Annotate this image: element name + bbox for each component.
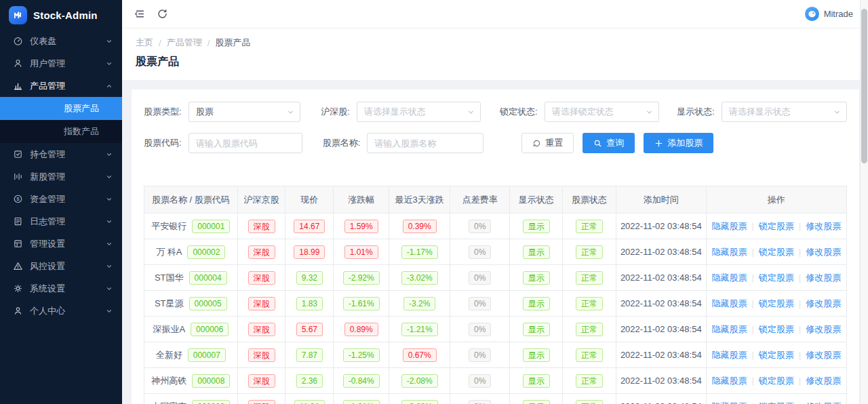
stock-status-tag: 正常 [576, 348, 603, 362]
market-tag: 深股 [248, 348, 275, 362]
added-time: 2022-11-02 03:48:54 [620, 298, 702, 308]
action-link[interactable]: 锁定股票 [759, 221, 794, 231]
filter-row-1: 股票类型: 股票 沪深股: 请选择显示状态 锁定状态: 请选择锁定状态 显示状态… [144, 102, 847, 122]
refresh-icon[interactable] [156, 8, 168, 20]
box-check-icon [12, 149, 23, 160]
stock-code-input[interactable] [189, 133, 302, 153]
action-link[interactable]: 隐藏股票 [711, 401, 747, 404]
change-3d-tag: -3.03% [401, 400, 438, 404]
sidebar-item-system-settings[interactable]: 系统设置 [0, 277, 122, 300]
collapse-sidebar-icon[interactable] [133, 8, 145, 20]
sidebar-item-profile[interactable]: 个人中心 [0, 300, 122, 322]
stock-type-select[interactable]: 股票 [189, 102, 301, 122]
display-status-tag: 显示 [523, 374, 550, 388]
stock-name-label: 股票名称: [323, 137, 361, 149]
column-header: 添加时间 [616, 186, 707, 214]
search-icon [593, 139, 602, 148]
spread-tag: 0% [469, 297, 491, 310]
grid-icon [12, 239, 23, 249]
action-link[interactable]: 锁定股票 [759, 401, 794, 404]
stock-code-label: 股票代码: [144, 137, 182, 149]
person-icon [12, 306, 23, 317]
action-link[interactable]: 隐藏股票 [711, 247, 747, 257]
action-separator: | [751, 272, 753, 283]
add-stock-button[interactable]: 添加股票 [644, 133, 713, 153]
action-link[interactable]: 修改股票 [806, 350, 841, 360]
action-separator: | [751, 247, 753, 257]
chevron-down-icon [106, 218, 113, 225]
filter-row-2: 股票代码: 股票名称: 重置 查询 添加股票 [144, 133, 847, 153]
action-link[interactable]: 修改股票 [806, 298, 841, 308]
added-time: 2022-11-02 03:48:54 [620, 376, 702, 386]
action-link[interactable]: 隐藏股票 [711, 272, 747, 283]
spread-tag: 0% [469, 323, 491, 336]
display-status-select[interactable]: 请选择显示状态 [722, 102, 847, 122]
sidebar-item-dashboard[interactable]: 仪表盘 [0, 30, 122, 52]
action-link[interactable]: 锁定股票 [759, 272, 794, 283]
breadcrumb-home[interactable]: 主页 [136, 37, 153, 49]
action-link[interactable]: 修改股票 [806, 272, 841, 283]
sidebar-item-stock-products[interactable]: 股票产品 [0, 97, 122, 120]
action-link[interactable]: 修改股票 [806, 221, 841, 231]
action-link[interactable]: 锁定股票 [759, 298, 794, 308]
action-link[interactable]: 修改股票 [806, 247, 841, 257]
breadcrumb-separator: / [208, 38, 210, 48]
action-link[interactable]: 锁定股票 [759, 324, 794, 334]
hs-stock-select[interactable]: 请选择显示状态 [357, 102, 481, 122]
action-link[interactable]: 修改股票 [806, 376, 841, 386]
action-separator: | [799, 350, 801, 360]
sidebar-item-new-stock-management[interactable]: 新股管理 [0, 165, 122, 188]
stock-products-card: 股票类型: 股票 沪深股: 请选择显示状态 锁定状态: 请选择锁定状态 显示状态… [132, 89, 859, 404]
breadcrumb-product-management[interactable]: 产品管理 [167, 37, 202, 49]
action-link[interactable]: 隐藏股票 [711, 221, 747, 231]
scrollbar-thumb[interactable] [861, 9, 867, 163]
change-3d-tag: -3.02% [401, 271, 438, 285]
added-time: 2022-11-02 03:48:54 [620, 247, 702, 257]
change-3d-tag: -1.21% [401, 323, 438, 336]
action-link[interactable]: 修改股票 [806, 324, 841, 334]
product-management-submenu: 股票产品 指数产品 [0, 97, 122, 143]
action-link[interactable]: 修改股票 [806, 401, 841, 404]
sidebar-item-fund-management[interactable]: $ 资金管理 [0, 188, 122, 210]
stock-code-tag: 000001 [192, 220, 230, 233]
chevron-down-icon [106, 60, 113, 67]
action-link[interactable]: 隐藏股票 [711, 324, 747, 334]
stock-name-input[interactable] [367, 133, 484, 153]
column-header: 点差费率 [450, 186, 510, 214]
price-tag: 9.32 [296, 271, 323, 285]
username: Mitrade [824, 9, 853, 19]
lock-status-select[interactable]: 请选择锁定状态 [545, 102, 659, 122]
added-time: 2022-11-02 03:48:54 [620, 350, 702, 360]
action-link[interactable]: 隐藏股票 [711, 298, 747, 308]
action-link[interactable]: 锁定股票 [759, 350, 794, 360]
sidebar-item-log-management[interactable]: 日志管理 [0, 210, 122, 233]
action-separator: | [799, 324, 801, 334]
search-button[interactable]: 查询 [583, 133, 635, 153]
stock-status-tag: 正常 [576, 374, 603, 388]
action-link[interactable]: 隐藏股票 [711, 376, 747, 386]
action-link[interactable]: 锁定股票 [759, 376, 794, 386]
sidebar-item-admin-settings[interactable]: 管理设置 [0, 233, 122, 255]
sidebar-item-index-products[interactable]: 指数产品 [0, 120, 122, 143]
market-tag: 深股 [248, 323, 275, 336]
reset-button[interactable]: 重置 [521, 133, 574, 153]
spread-tag: 0% [469, 271, 491, 285]
table-row: 深振业A000006深股5.670.89%-1.21%0%显示正常2022-11… [144, 317, 847, 342]
sidebar-item-position-management[interactable]: 持仓管理 [0, 143, 122, 165]
column-header: 股票状态 [563, 186, 616, 214]
sidebar-item-risk-settings[interactable]: 风控设置 [0, 255, 122, 277]
price-tag: 5.67 [296, 323, 323, 336]
sidebar-item-product-management[interactable]: 产品管理 [0, 75, 122, 97]
action-link[interactable]: 隐藏股票 [711, 350, 747, 360]
action-link[interactable]: 锁定股票 [759, 247, 794, 257]
stock-name: ST国华 [155, 272, 184, 283]
market-tag: 深股 [248, 374, 275, 388]
action-separator: | [799, 272, 801, 283]
market-tag: 深股 [248, 271, 275, 285]
sidebar-item-user-management[interactable]: 用户管理 [0, 52, 122, 75]
action-separator: | [799, 376, 801, 386]
display-status-tag: 显示 [523, 400, 550, 404]
topbar-user[interactable]: Mitrade [805, 7, 853, 21]
action-separator: | [751, 298, 753, 308]
page-scrollbar[interactable] [860, 0, 868, 404]
